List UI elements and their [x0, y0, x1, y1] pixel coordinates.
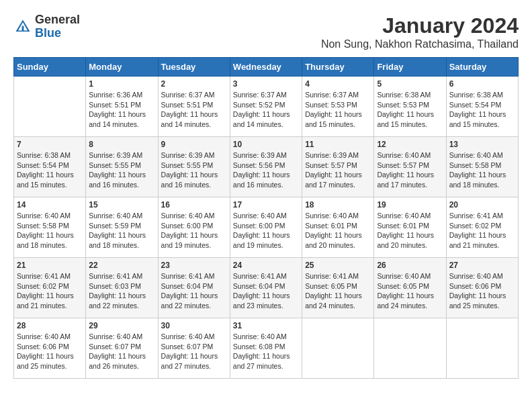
day-number: 13 [449, 140, 515, 149]
day-info: Sunrise: 6:36 AMSunset: 5:51 PMDaylight:… [89, 90, 154, 130]
logo-text: General Blue [35, 13, 80, 40]
day-number: 14 [17, 200, 83, 210]
calendar-week-5: 28Sunrise: 6:40 AMSunset: 6:06 PMDayligh… [14, 318, 519, 379]
day-number: 2 [161, 79, 227, 89]
logo-icon [13, 17, 32, 36]
calendar-cell: 1Sunrise: 6:36 AMSunset: 5:51 PMDaylight… [86, 77, 158, 137]
calendar-cell: 14Sunrise: 6:40 AMSunset: 5:58 PMDayligh… [14, 197, 86, 258]
day-info: Sunrise: 6:39 AMSunset: 5:55 PMDaylight:… [161, 150, 227, 190]
calendar-cell: 21Sunrise: 6:41 AMSunset: 6:02 PMDayligh… [14, 258, 86, 318]
calendar-cell: 19Sunrise: 6:40 AMSunset: 6:01 PMDayligh… [374, 197, 446, 258]
calendar-cell [14, 77, 86, 137]
page-header: General Blue January 2024 Non Sung, Nakh… [13, 13, 519, 50]
calendar-cell: 8Sunrise: 6:39 AMSunset: 5:55 PMDaylight… [86, 137, 158, 197]
logo: General Blue [13, 13, 80, 40]
day-info: Sunrise: 6:41 AMSunset: 6:02 PMDaylight:… [17, 271, 83, 311]
day-number: 24 [233, 261, 299, 270]
day-info: Sunrise: 6:41 AMSunset: 6:04 PMDaylight:… [161, 271, 227, 311]
calendar-cell: 27Sunrise: 6:40 AMSunset: 6:06 PMDayligh… [446, 258, 518, 318]
calendar-cell: 7Sunrise: 6:38 AMSunset: 5:54 PMDaylight… [14, 137, 86, 197]
calendar-subtitle: Non Sung, Nakhon Ratchasima, Thailand [321, 38, 519, 50]
calendar-cell: 2Sunrise: 6:37 AMSunset: 5:51 PMDaylight… [158, 77, 230, 137]
day-number: 22 [89, 261, 154, 270]
day-number: 31 [233, 321, 299, 330]
day-number: 6 [449, 79, 515, 89]
day-number: 15 [89, 200, 154, 210]
day-number: 5 [377, 79, 443, 89]
day-info: Sunrise: 6:38 AMSunset: 5:54 PMDaylight:… [449, 90, 515, 130]
calendar-cell: 15Sunrise: 6:40 AMSunset: 5:59 PMDayligh… [86, 197, 158, 258]
calendar-cell: 26Sunrise: 6:40 AMSunset: 6:05 PMDayligh… [374, 258, 446, 318]
calendar-cell: 4Sunrise: 6:37 AMSunset: 5:53 PMDaylight… [302, 77, 374, 137]
day-info: Sunrise: 6:40 AMSunset: 6:08 PMDaylight:… [233, 332, 299, 371]
logo-blue: Blue [35, 26, 61, 40]
day-info: Sunrise: 6:39 AMSunset: 5:55 PMDaylight:… [89, 150, 154, 190]
day-number: 18 [305, 200, 371, 210]
day-info: Sunrise: 6:40 AMSunset: 6:06 PMDaylight:… [449, 271, 515, 311]
calendar-week-2: 7Sunrise: 6:38 AMSunset: 5:54 PMDaylight… [14, 137, 519, 197]
calendar-cell [302, 318, 374, 379]
day-number: 29 [89, 321, 154, 330]
calendar-cell: 6Sunrise: 6:38 AMSunset: 5:54 PMDaylight… [446, 77, 518, 137]
calendar-cell: 13Sunrise: 6:40 AMSunset: 5:58 PMDayligh… [446, 137, 518, 197]
calendar-cell: 16Sunrise: 6:40 AMSunset: 6:00 PMDayligh… [158, 197, 230, 258]
calendar-table: SundayMondayTuesdayWednesdayThursdayFrid… [13, 57, 519, 379]
calendar-cell: 17Sunrise: 6:40 AMSunset: 6:00 PMDayligh… [230, 197, 302, 258]
day-number: 30 [161, 321, 227, 330]
day-info: Sunrise: 6:41 AMSunset: 6:05 PMDaylight:… [305, 271, 371, 311]
calendar-cell: 23Sunrise: 6:41 AMSunset: 6:04 PMDayligh… [158, 258, 230, 318]
day-info: Sunrise: 6:39 AMSunset: 5:57 PMDaylight:… [305, 150, 371, 190]
calendar-cell: 31Sunrise: 6:40 AMSunset: 6:08 PMDayligh… [230, 318, 302, 379]
day-number: 12 [377, 140, 443, 149]
day-number: 21 [17, 261, 83, 270]
logo-general: General [35, 13, 80, 26]
day-number: 28 [17, 321, 83, 330]
day-info: Sunrise: 6:40 AMSunset: 6:07 PMDaylight:… [161, 332, 227, 371]
calendar-cell: 18Sunrise: 6:40 AMSunset: 6:01 PMDayligh… [302, 197, 374, 258]
day-number: 23 [161, 261, 227, 270]
calendar-cell: 29Sunrise: 6:40 AMSunset: 6:07 PMDayligh… [86, 318, 158, 379]
day-info: Sunrise: 6:40 AMSunset: 5:58 PMDaylight:… [17, 211, 83, 250]
calendar-cell: 20Sunrise: 6:41 AMSunset: 6:02 PMDayligh… [446, 197, 518, 258]
day-number: 11 [305, 140, 371, 149]
calendar-cell: 25Sunrise: 6:41 AMSunset: 6:05 PMDayligh… [302, 258, 374, 318]
day-number: 27 [449, 261, 515, 270]
calendar-cell: 28Sunrise: 6:40 AMSunset: 6:06 PMDayligh… [14, 318, 86, 379]
calendar-cell: 24Sunrise: 6:41 AMSunset: 6:04 PMDayligh… [230, 258, 302, 318]
day-number: 25 [305, 261, 371, 270]
day-header-saturday: Saturday [446, 58, 518, 77]
day-info: Sunrise: 6:41 AMSunset: 6:04 PMDaylight:… [233, 271, 299, 311]
day-number: 4 [305, 79, 371, 89]
calendar-cell: 11Sunrise: 6:39 AMSunset: 5:57 PMDayligh… [302, 137, 374, 197]
calendar-cell: 5Sunrise: 6:38 AMSunset: 5:53 PMDaylight… [374, 77, 446, 137]
day-info: Sunrise: 6:40 AMSunset: 6:00 PMDaylight:… [233, 211, 299, 250]
day-info: Sunrise: 6:40 AMSunset: 6:01 PMDaylight:… [305, 211, 371, 250]
day-info: Sunrise: 6:40 AMSunset: 5:57 PMDaylight:… [377, 150, 443, 190]
day-number: 10 [233, 140, 299, 149]
calendar-cell [374, 318, 446, 379]
day-info: Sunrise: 6:40 AMSunset: 6:07 PMDaylight:… [89, 332, 154, 371]
day-info: Sunrise: 6:40 AMSunset: 6:00 PMDaylight:… [161, 211, 227, 250]
day-number: 19 [377, 200, 443, 210]
day-number: 26 [377, 261, 443, 270]
day-info: Sunrise: 6:41 AMSunset: 6:02 PMDaylight:… [449, 211, 515, 250]
calendar-week-1: 1Sunrise: 6:36 AMSunset: 5:51 PMDaylight… [14, 77, 519, 137]
calendar-cell: 22Sunrise: 6:41 AMSunset: 6:03 PMDayligh… [86, 258, 158, 318]
day-number: 16 [161, 200, 227, 210]
calendar-week-3: 14Sunrise: 6:40 AMSunset: 5:58 PMDayligh… [14, 197, 519, 258]
calendar-cell: 30Sunrise: 6:40 AMSunset: 6:07 PMDayligh… [158, 318, 230, 379]
title-block: January 2024 Non Sung, Nakhon Ratchasima… [321, 13, 519, 50]
day-number: 20 [449, 200, 515, 210]
day-info: Sunrise: 6:40 AMSunset: 6:06 PMDaylight:… [17, 332, 83, 371]
calendar-week-4: 21Sunrise: 6:41 AMSunset: 6:02 PMDayligh… [14, 258, 519, 318]
day-info: Sunrise: 6:41 AMSunset: 6:03 PMDaylight:… [89, 271, 154, 311]
day-info: Sunrise: 6:37 AMSunset: 5:53 PMDaylight:… [305, 90, 371, 130]
calendar-cell: 3Sunrise: 6:37 AMSunset: 5:52 PMDaylight… [230, 77, 302, 137]
calendar-cell [446, 318, 518, 379]
calendar-title: January 2024 [321, 13, 519, 38]
day-info: Sunrise: 6:37 AMSunset: 5:51 PMDaylight:… [161, 90, 227, 130]
day-number: 8 [89, 140, 154, 149]
calendar-cell: 9Sunrise: 6:39 AMSunset: 5:55 PMDaylight… [158, 137, 230, 197]
calendar-cell: 12Sunrise: 6:40 AMSunset: 5:57 PMDayligh… [374, 137, 446, 197]
day-header-wednesday: Wednesday [230, 58, 302, 77]
